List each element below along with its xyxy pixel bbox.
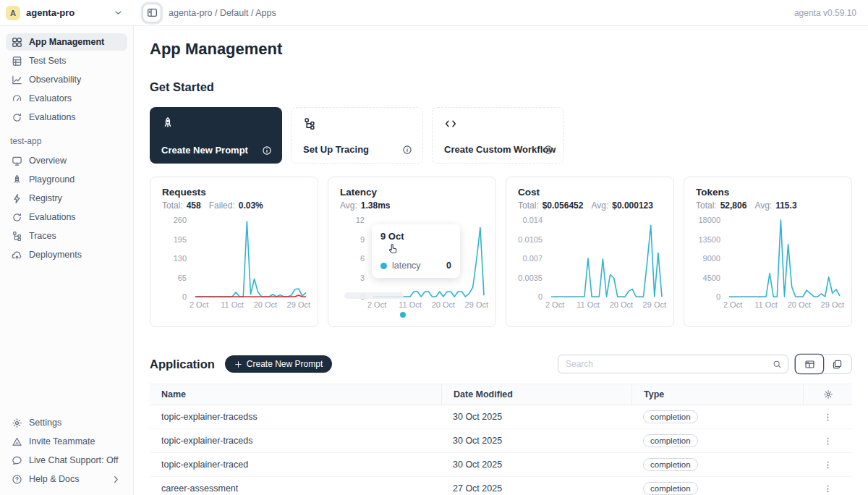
refresh-icon [12,212,22,223]
sidebar-item-help-docs[interactable]: Help & Docs [6,470,127,488]
date-modified: 30 Oct 2025 [441,412,631,422]
y-tick: 65 [178,274,187,282]
sidebar-item-app-management[interactable]: App Management [6,33,127,51]
stat-value: 52,806 [720,200,747,211]
table-header: Name Date Modified Type [150,384,852,405]
sidebar-item-settings[interactable]: Settings [6,414,127,431]
metric-card-tokens: Tokens Total:52,806Avg:115.3 18000135009… [684,177,852,327]
x-axis: 2 Oct11 Oct20 Oct29 Oct [195,300,306,312]
gear-icon [823,389,833,399]
app-name: career-assessment [150,483,441,494]
observability-icon [12,75,22,85]
app-name: topic-explainer-traced [150,460,441,470]
org-selector[interactable]: A agenta-pro [0,6,134,20]
metric-card-cost: Cost Total:$0.056452Avg:$0.000123 0.0140… [506,177,674,327]
gauge-icon [12,93,22,104]
metric-card-requests: Requests Total:458Failed:0.03% 260195130… [150,177,318,327]
create-custom-workflow-card[interactable]: Create Custom Workflow [432,107,564,164]
x-tick: 2 Oct [190,300,208,309]
create-new-prompt-card[interactable]: Create New Prompt [150,107,282,164]
y-tick: 0 [716,292,720,301]
table-row[interactable]: topic-explainer-tracedss 30 Oct 2025 com… [150,405,852,429]
sidebar-item-label: Registry [29,193,62,203]
x-tick: 20 Oct [610,300,633,309]
sidebar-item-playground[interactable]: Playground [6,171,127,188]
sidebar-item-label: Live Chat Support: Off [29,455,118,465]
sidebar-item-live-chat-support-off[interactable]: Live Chat Support: Off [6,452,127,469]
sidebar-collapse-button[interactable] [142,4,161,22]
sidebar-item-registry[interactable]: Registry [6,190,127,207]
chart-stats: Total:52,806Avg:115.3 [696,200,840,211]
x-tick: 2 Oct [367,300,386,309]
x-tick: 11 Oct [754,300,778,309]
table-row[interactable]: topic-explainer-traceds 30 Oct 2025 comp… [150,429,852,453]
info-icon[interactable] [402,145,412,155]
y-tick: 9 [360,235,365,244]
info-icon[interactable] [262,145,272,156]
sidebar-item-deployments[interactable]: Deployments [6,246,127,263]
card-label: Create New Prompt [161,145,248,156]
table-view-button[interactable] [796,355,823,373]
row-menu-button[interactable] [819,435,837,447]
sidebar-item-label: Deployments [29,250,82,260]
card-label: Set Up Tracing [303,144,369,155]
y-tick: 13500 [698,235,720,244]
chart-title: Cost [518,187,662,198]
y-tick: 0.0105 [518,235,542,244]
sidebar: App ManagementTest SetsObservabilityEval… [0,26,134,495]
stat-value: 458 [187,200,201,211]
app-name: topic-explainer-tracedss [150,412,441,422]
testsets-icon [12,56,22,67]
sidebar-item-label: Test Sets [29,56,66,66]
search-icon [773,360,782,369]
application-header: Application Create New Prompt [150,354,852,374]
chart-title: Latency [340,187,484,198]
x-axis: 2 Oct11 Oct20 Oct29 Oct [729,300,840,312]
y-tick: 0 [182,292,187,301]
sidebar-item-invite-teammate[interactable]: Invite Teammate [6,433,127,450]
sidebar-item-label: Help & Docs [29,474,79,484]
tooltip-series-name: latency [392,261,421,271]
sidebar-nav-bottom: SettingsInvite TeammateLive Chat Support… [6,414,127,489]
main-content: App Management Get Started Create New Pr… [134,26,868,495]
table-row[interactable]: topic-explainer-traced 30 Oct 2025 compl… [150,453,852,477]
set-up-tracing-card[interactable]: Set Up Tracing [291,107,423,164]
sidebar-item-evaluators[interactable]: Evaluators [6,90,127,107]
row-menu-button[interactable] [819,411,837,423]
sidebar-item-test-sets[interactable]: Test Sets [6,52,127,69]
create-new-prompt-button[interactable]: Create New Prompt [225,355,332,373]
y-axis: 129630 [340,220,366,297]
chart-plot: 2 Oct11 Oct20 Oct29 Oct [195,220,306,312]
x-tick: 29 Oct [465,300,488,309]
table-row[interactable]: career-assessment 27 Oct 2025 completion [150,477,852,495]
type-badge: completion [643,482,698,495]
column-settings[interactable] [803,384,852,405]
chart-line-svg [729,220,840,297]
sidebar-item-overview[interactable]: Overview [6,152,127,169]
card-view-button[interactable] [823,355,851,373]
tooltip-date: 9 Oct [380,231,451,242]
chart-body: 260195130650 2 Oct11 Oct20 Oct29 Oct [162,220,306,312]
chat-icon [12,455,22,466]
stat-value: 1.38ms [361,200,391,211]
chart-plot: 2 Oct11 Oct20 Oct29 Oct [551,220,662,312]
sidebar-item-traces[interactable]: Traces [6,227,127,245]
sidebar-item-evaluations[interactable]: Evaluations [6,109,127,126]
chart-body: 129630 2 Oct11 Oct20 Oct29 Oct 9 Oct lat… [340,220,484,312]
sidebar-item-label: App Management [29,37,104,47]
card-view-icon [832,359,843,370]
stat-label: Avg: [340,200,357,211]
info-icon[interactable] [543,145,553,155]
sidebar-item-observability[interactable]: Observability [6,71,127,88]
stat-value: 0.03% [239,200,263,211]
top-bar: A agenta-pro agenta-pro / Default / Apps… [0,0,868,26]
stat-label: Avg: [591,200,608,211]
search-input[interactable] [566,359,773,369]
row-menu-button[interactable] [819,459,837,471]
row-menu-button[interactable] [819,483,837,495]
sidebar-item-label: Evaluators [29,93,72,103]
sidebar-item-evaluations[interactable]: Evaluations [6,208,127,226]
rocket-icon [12,174,22,185]
sidebar-item-label: Invite Teammate [29,436,95,447]
x-axis: 2 Oct11 Oct20 Oct29 Oct [551,300,662,312]
